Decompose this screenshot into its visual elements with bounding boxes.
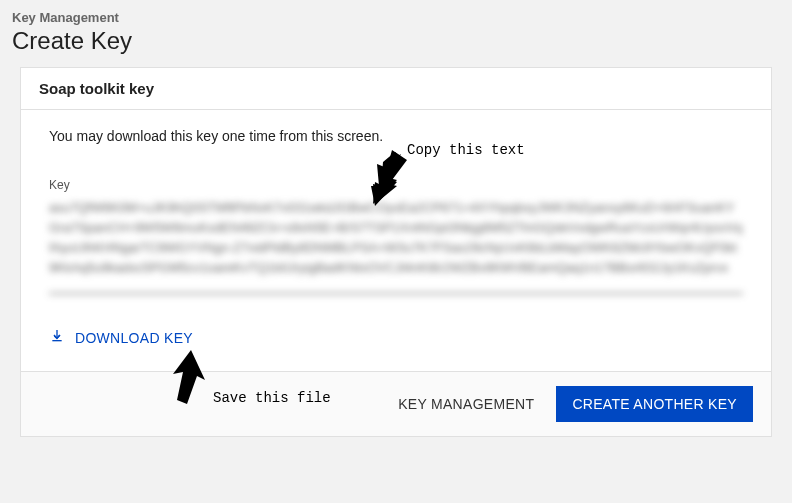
key-card: Soap toolkit key You may download this k… xyxy=(20,67,772,437)
breadcrumb: Key Management xyxy=(12,10,780,25)
key-field-label: Key xyxy=(49,178,743,192)
download-key-label: DOWNLOAD KEY xyxy=(75,330,193,346)
download-icon xyxy=(49,328,65,347)
annotation-copy-text: Copy this text xyxy=(407,142,525,158)
download-key-link[interactable]: DOWNLOAD KEY xyxy=(49,328,193,347)
page-title: Create Key xyxy=(12,27,780,55)
card-title: Soap toolkit key xyxy=(21,68,771,110)
svg-rect-0 xyxy=(52,340,61,341)
key-value[interactable]: asu7QfW6K0M+uJK9hQ0STMftPbNxK7v031wkdJGB… xyxy=(49,194,743,294)
create-another-key-button[interactable]: CREATE ANOTHER KEY xyxy=(556,386,753,422)
card-footer: KEY MANAGEMENT CREATE ANOTHER KEY xyxy=(21,371,771,436)
instruction-text: You may download this key one time from … xyxy=(49,128,743,144)
key-management-button[interactable]: KEY MANAGEMENT xyxy=(398,396,534,412)
